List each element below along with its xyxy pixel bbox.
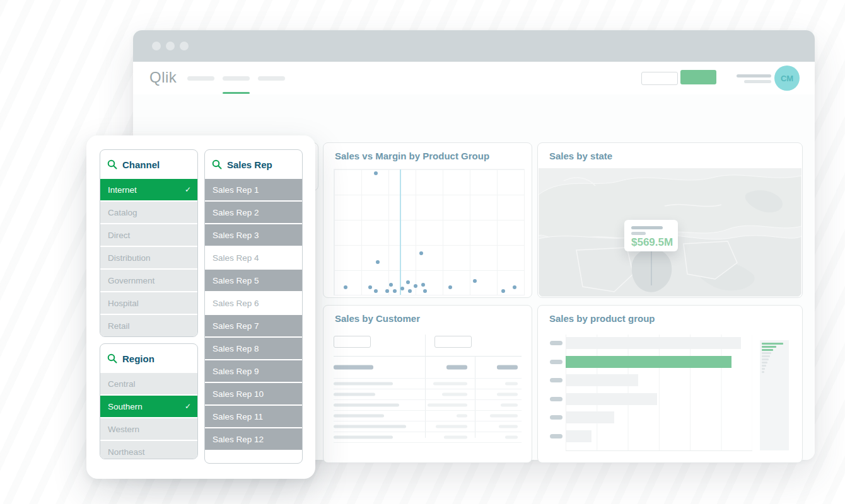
filter-list-sales-rep: Sales Rep 1Sales Rep 2Sales Rep 3Sales R…	[205, 179, 302, 450]
filter-value-western[interactable]: Western	[100, 418, 197, 440]
window-maximize-icon[interactable]	[180, 42, 189, 50]
filter-value-direct[interactable]: Direct	[100, 224, 197, 246]
scatter-point[interactable]	[513, 285, 516, 289]
filter-value-sales-rep-5[interactable]: Sales Rep 5	[205, 270, 302, 291]
customer-table-rows	[334, 357, 522, 443]
scatter-point[interactable]	[368, 285, 372, 289]
minimap-bar	[762, 365, 766, 367]
scatter-plot[interactable]	[334, 169, 525, 295]
filter-value-sales-rep-9[interactable]: Sales Rep 9	[205, 360, 302, 382]
bar[interactable]	[566, 393, 657, 405]
map-area[interactable]: $569.5M	[539, 168, 801, 297]
scatter-point[interactable]	[374, 171, 378, 175]
filter-value-label: Central	[108, 379, 136, 389]
scatter-point[interactable]	[344, 285, 347, 289]
secondary-button[interactable]	[641, 72, 678, 85]
filter-value-southern[interactable]: Southern✓	[100, 396, 197, 417]
nav-item-3[interactable]	[258, 76, 285, 81]
user-avatar[interactable]: CM	[774, 66, 800, 91]
filter-value-central[interactable]: Central	[100, 373, 197, 394]
filter-value-sales-rep-8[interactable]: Sales Rep 8	[205, 338, 302, 359]
search-icon[interactable]	[107, 159, 117, 169]
scatter-point[interactable]	[400, 287, 404, 290]
bar[interactable]	[566, 337, 741, 349]
minimap-bar	[762, 355, 770, 357]
bar[interactable]	[566, 356, 731, 368]
minimap-bar	[762, 371, 764, 373]
table-filter-box-2[interactable]	[434, 336, 472, 348]
scatter-point[interactable]	[448, 285, 452, 289]
cell-placeholder	[444, 436, 467, 439]
scatter-point[interactable]	[421, 283, 425, 287]
table-row[interactable]	[334, 421, 522, 432]
filter-value-government[interactable]: Government	[100, 270, 197, 291]
nav-item-2-active[interactable]	[223, 76, 250, 81]
scatter-point[interactable]	[406, 280, 410, 284]
cell-placeholder	[334, 365, 373, 370]
cell-placeholder	[442, 393, 467, 396]
bar[interactable]	[566, 411, 614, 423]
scatter-point[interactable]	[501, 289, 505, 293]
table-row[interactable]	[334, 411, 522, 421]
window-close-icon[interactable]	[152, 42, 161, 50]
table-row[interactable]	[334, 357, 522, 379]
filter-value-sales-rep-1[interactable]: Sales Rep 1	[205, 179, 302, 200]
table-row[interactable]	[334, 400, 522, 411]
bar-minimap[interactable]	[760, 340, 789, 450]
filter-panel-sales-rep: Sales Rep Sales Rep 1Sales Rep 2Sales Re…	[204, 149, 303, 464]
scatter-point[interactable]	[473, 279, 477, 283]
scatter-chart-card: Sales vs Margin by Product Group	[323, 142, 532, 298]
nav-item-1[interactable]	[187, 76, 214, 81]
filter-value-internet[interactable]: Internet✓	[100, 179, 197, 200]
table-row[interactable]	[334, 379, 522, 389]
scatter-point[interactable]	[408, 289, 412, 293]
scatter-point[interactable]	[389, 283, 393, 287]
filter-value-distribution[interactable]: Distribution	[100, 247, 197, 268]
scatter-point[interactable]	[423, 289, 427, 293]
chart-title: Sales by product group	[549, 313, 655, 324]
map-chart-card: Sales by state	[537, 142, 803, 298]
search-icon[interactable]	[212, 159, 222, 169]
bar-label-placeholder	[550, 434, 562, 438]
scatter-point[interactable]	[393, 289, 397, 293]
tooltip-pointer	[651, 249, 652, 285]
scatter-point[interactable]	[376, 260, 380, 264]
cell-placeholder	[497, 393, 518, 396]
filter-value-label: Sales Rep 3	[213, 231, 259, 240]
minimap-bar	[762, 368, 765, 370]
window-minimize-icon[interactable]	[166, 42, 175, 50]
cell-placeholder	[490, 415, 518, 418]
filter-value-sales-rep-11[interactable]: Sales Rep 11	[205, 406, 302, 427]
bar[interactable]	[566, 430, 592, 442]
table-filter-box-1[interactable]	[334, 336, 371, 348]
filter-value-sales-rep-10[interactable]: Sales Rep 10	[205, 383, 302, 404]
scatter-point[interactable]	[385, 289, 389, 293]
filter-value-sales-rep-12[interactable]: Sales Rep 12	[205, 428, 302, 450]
filter-value-label: Catalog	[108, 208, 137, 217]
filter-value-catalog[interactable]: Catalog	[100, 202, 197, 223]
page-background: Qlik CM Sales $ 4.82M Margin 1.65M	[0, 0, 845, 504]
app-header: Qlik CM	[133, 62, 815, 95]
cell-placeholder	[334, 382, 393, 386]
filter-list-region: CentralSouthern✓WesternNortheast	[100, 373, 197, 459]
window-titlebar	[133, 30, 815, 62]
filter-value-northeast[interactable]: Northeast	[100, 441, 197, 459]
filter-value-sales-rep-7[interactable]: Sales Rep 7	[205, 315, 302, 336]
table-row[interactable]	[334, 432, 522, 443]
filter-value-sales-rep-6[interactable]: Sales Rep 6	[205, 292, 302, 314]
table-row[interactable]	[334, 389, 522, 400]
filter-panel-header: Sales Rep	[205, 150, 302, 179]
bar[interactable]	[566, 374, 638, 386]
scatter-point[interactable]	[414, 284, 417, 288]
filter-value-retail[interactable]: Retail	[100, 315, 197, 336]
search-icon[interactable]	[107, 353, 117, 364]
filter-value-sales-rep-4[interactable]: Sales Rep 4	[205, 247, 302, 268]
filter-value-sales-rep-2[interactable]: Sales Rep 2	[205, 202, 302, 223]
scatter-point[interactable]	[374, 289, 378, 293]
filter-value-sales-rep-3[interactable]: Sales Rep 3	[205, 224, 302, 246]
bar-track	[566, 411, 752, 423]
cell-placeholder	[505, 382, 518, 386]
scatter-point[interactable]	[419, 251, 423, 255]
filter-value-hospital[interactable]: Hospital	[100, 292, 197, 314]
primary-button[interactable]	[680, 70, 716, 84]
